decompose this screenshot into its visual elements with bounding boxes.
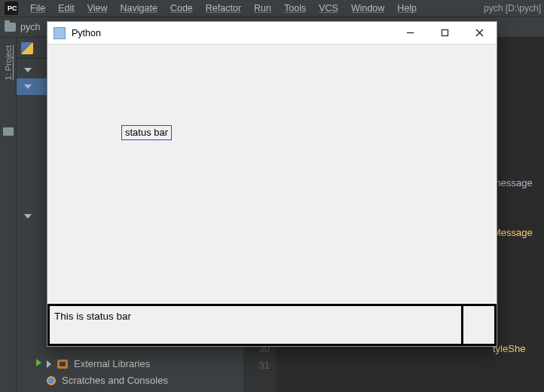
ide-title-path: pych [D:\pych] bbox=[484, 3, 544, 14]
menu-run[interactable]: Run bbox=[249, 2, 277, 15]
menu-code[interactable]: Code bbox=[165, 2, 198, 15]
python-app-window: Python status bar This is status bar bbox=[47, 21, 497, 347]
menu-tools[interactable]: Tools bbox=[279, 2, 311, 15]
chevron-right-icon bbox=[47, 360, 51, 368]
ide-menubar: PC File Edit View Navigate Code Refactor… bbox=[0, 0, 544, 17]
status-bar-message: This is status bar bbox=[50, 306, 461, 326]
svg-rect-3 bbox=[442, 30, 448, 36]
library-icon bbox=[57, 360, 68, 369]
folder-icon bbox=[5, 23, 16, 32]
minimize-icon bbox=[406, 29, 414, 37]
titlebar[interactable]: Python bbox=[47, 22, 497, 44]
run-gutter-icon[interactable] bbox=[36, 359, 41, 366]
window-title: Python bbox=[72, 28, 101, 38]
menu-view[interactable]: View bbox=[82, 2, 113, 15]
scratches-icon bbox=[47, 376, 56, 385]
menu-navigate[interactable]: Navigate bbox=[115, 2, 163, 15]
pycharm-logo-icon: PC bbox=[5, 2, 18, 15]
menu-vcs[interactable]: VCS bbox=[313, 2, 344, 15]
tree-label: External Libraries bbox=[74, 358, 150, 369]
menu-file[interactable]: File bbox=[25, 2, 50, 15]
folder-icon bbox=[3, 127, 14, 136]
menu-help[interactable]: Help bbox=[392, 2, 422, 15]
pycharm-window: PC File Edit View Navigate Code Refactor… bbox=[0, 0, 544, 392]
chevron-down-icon bbox=[24, 68, 32, 72]
window-client-area: status bar bbox=[47, 44, 497, 304]
close-button[interactable] bbox=[462, 22, 497, 44]
chevron-down-icon bbox=[24, 84, 32, 89]
external-libraries-node[interactable]: External Libraries bbox=[47, 358, 150, 369]
maximize-icon bbox=[441, 29, 449, 37]
minimize-button[interactable] bbox=[393, 22, 427, 44]
menu-edit[interactable]: Edit bbox=[53, 2, 80, 15]
maximize-button[interactable] bbox=[427, 22, 462, 44]
line-number: 31 bbox=[244, 357, 270, 374]
nav-project-name[interactable]: pych bbox=[20, 22, 40, 32]
scratches-node[interactable]: Scratches and Consoles bbox=[47, 375, 168, 386]
python-project-icon bbox=[21, 42, 33, 54]
svg-text:PC: PC bbox=[8, 5, 17, 12]
chevron-down-icon bbox=[24, 214, 32, 219]
menu-window[interactable]: Window bbox=[346, 2, 390, 15]
ide-left-rail: 1: Project bbox=[0, 38, 17, 392]
close-icon bbox=[475, 29, 484, 37]
app-icon bbox=[53, 27, 66, 39]
tree-label: Scratches and Consoles bbox=[62, 375, 168, 386]
status-bar-label-widget: status bar bbox=[121, 125, 172, 140]
status-bar: This is status bar bbox=[47, 304, 497, 346]
toolwindow-project-tab[interactable]: 1: Project bbox=[4, 45, 13, 80]
menu-refactor[interactable]: Refactor bbox=[200, 2, 246, 15]
size-grip[interactable] bbox=[461, 306, 494, 344]
